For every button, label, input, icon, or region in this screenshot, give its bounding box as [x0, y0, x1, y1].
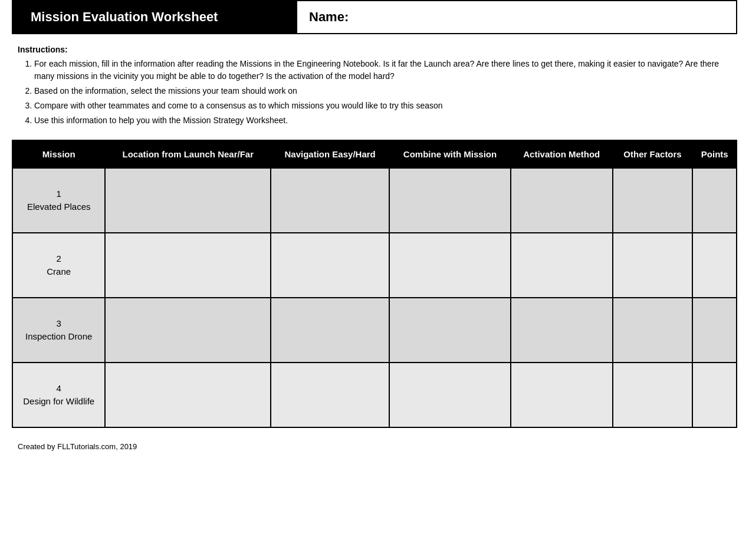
- location-cell-2[interactable]: [105, 233, 271, 298]
- navigation-cell-3[interactable]: [271, 298, 389, 363]
- points-cell-4[interactable]: [692, 363, 737, 427]
- mission-name-4: Design for Wildlife: [23, 396, 94, 406]
- name-label: Name:: [309, 9, 349, 25]
- table-header-row: Mission Location from Launch Near/Far Na…: [12, 140, 737, 168]
- worksheet-title: Mission Evaluation Worksheet: [31, 9, 218, 24]
- points-cell-3[interactable]: [692, 298, 737, 363]
- col-activation: Activation Method: [511, 140, 613, 168]
- points-cell-2[interactable]: [692, 233, 737, 298]
- activation-cell-4[interactable]: [511, 363, 613, 427]
- footer-text: Created by FLLTutorials.com, 2019: [18, 442, 137, 451]
- col-location: Location from Launch Near/Far: [105, 140, 271, 168]
- header-title-box: Mission Evaluation Worksheet: [13, 1, 296, 33]
- location-cell-4[interactable]: [105, 363, 271, 427]
- mission-number-4: 4: [57, 383, 61, 393]
- activation-cell-1[interactable]: [511, 168, 613, 233]
- table-row: 2 Crane: [12, 233, 737, 298]
- table-row: 1 Elevated Places: [12, 168, 737, 233]
- col-navigation: Navigation Easy/Hard: [271, 140, 389, 168]
- navigation-cell-2[interactable]: [271, 233, 389, 298]
- navigation-cell-4[interactable]: [271, 363, 389, 427]
- navigation-cell-1[interactable]: [271, 168, 389, 233]
- page: Mission Evaluation Worksheet Name: Instr…: [0, 0, 749, 560]
- mission-cell-4: 4 Design for Wildlife: [12, 363, 105, 427]
- instructions-section: Instructions: For each mission, fill in …: [12, 45, 737, 127]
- mission-name-1: Elevated Places: [27, 202, 91, 212]
- combine-cell-4[interactable]: [389, 363, 511, 427]
- other-cell-4[interactable]: [613, 363, 693, 427]
- location-cell-3[interactable]: [105, 298, 271, 363]
- header-name-box: Name:: [296, 1, 736, 33]
- mission-cell-3: 3 Inspection Drone: [12, 298, 105, 363]
- mission-cell-2: 2 Crane: [12, 233, 105, 298]
- location-cell-1[interactable]: [105, 168, 271, 233]
- other-cell-1[interactable]: [613, 168, 693, 233]
- col-points: Points: [692, 140, 737, 168]
- table-row: 4 Design for Wildlife: [12, 363, 737, 427]
- footer: Created by FLLTutorials.com, 2019: [12, 442, 737, 451]
- mission-number-1: 1: [57, 189, 61, 199]
- instruction-item-2: Based on the information, select the mis…: [34, 85, 731, 97]
- combine-cell-1[interactable]: [389, 168, 511, 233]
- mission-name-3: Inspection Drone: [25, 331, 92, 341]
- points-cell-1[interactable]: [692, 168, 737, 233]
- header: Mission Evaluation Worksheet Name:: [12, 0, 737, 34]
- instruction-item-1: For each mission, fill in the informatio…: [34, 58, 731, 83]
- table-row: 3 Inspection Drone: [12, 298, 737, 363]
- col-combine: Combine with Mission: [389, 140, 511, 168]
- instruction-item-4: Use this information to help you with th…: [34, 114, 731, 127]
- activation-cell-3[interactable]: [511, 298, 613, 363]
- combine-cell-3[interactable]: [389, 298, 511, 363]
- mission-cell-1: 1 Elevated Places: [12, 168, 105, 233]
- col-other: Other Factors: [613, 140, 693, 168]
- mission-name-2: Crane: [47, 266, 71, 276]
- instruction-item-3: Compare with other teammates and come to…: [34, 100, 731, 112]
- instructions-title: Instructions:: [18, 45, 731, 54]
- col-mission: Mission: [12, 140, 105, 168]
- combine-cell-2[interactable]: [389, 233, 511, 298]
- instructions-list: For each mission, fill in the informatio…: [18, 58, 731, 127]
- worksheet-table: Mission Location from Launch Near/Far Na…: [12, 140, 737, 428]
- activation-cell-2[interactable]: [511, 233, 613, 298]
- mission-number-2: 2: [57, 253, 61, 263]
- mission-number-3: 3: [57, 318, 61, 328]
- other-cell-2[interactable]: [613, 233, 693, 298]
- other-cell-3[interactable]: [613, 298, 693, 363]
